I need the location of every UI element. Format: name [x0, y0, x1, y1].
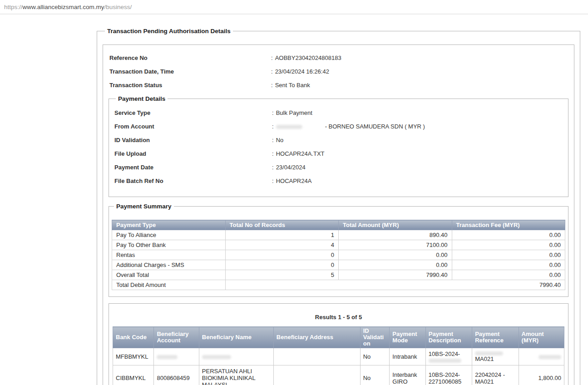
results-header-row: Bank CodeBeneficiary AccountBeneficiary … [113, 327, 564, 348]
results-cell [519, 348, 564, 365]
summary-row: Additional Charges - SMS00.000.00 [112, 260, 565, 270]
detail-label: Transaction Status [109, 82, 271, 89]
detail-row: File Batch Ref No:HOCAPR24A [114, 178, 563, 185]
detail-value: 23/04/2024 [276, 164, 306, 171]
page-content: Transaction Pending Authorisation Detail… [0, 14, 588, 385]
results-cell: Intrabank [390, 348, 426, 365]
summary-cell: 890.40 [339, 230, 452, 240]
detail-value: Sent To Bank [275, 82, 310, 89]
results-header-cell: Payment Mode [390, 327, 426, 348]
detail-row: Reference No:AOBBY23042024808183 [109, 54, 568, 62]
results-header-cell: Beneficiary Account [154, 327, 199, 348]
summary-cell: Rentas [112, 250, 226, 260]
results-cell: 22042024 - MA021 [472, 365, 519, 385]
payment-details-section: Payment Details Service Type:Bulk Paymen… [109, 95, 568, 197]
results-cell: No [360, 365, 390, 385]
detail-row: Transaction Date, Time:23/04/2024 16:26:… [109, 68, 568, 75]
results-cell [199, 348, 273, 365]
results-cell-text: Intrabank [392, 353, 417, 360]
summary-cell: 0 [225, 250, 339, 260]
detail-row: File Upload:HOCAPR24A.TXT [114, 150, 563, 158]
summary-row: Overall Total57990.400.00 [112, 270, 565, 280]
summary-cell: 0.00 [452, 270, 565, 280]
summary-header-cell: Transaction Fee (MYR) [452, 220, 565, 230]
detail-separator: : [272, 164, 274, 171]
payment-details-rows: Service Type:Bulk PaymentFrom Account:- … [114, 102, 563, 197]
results-cell-text: 8008608459 [157, 375, 189, 381]
results-cell-text: CIBBMYKL [116, 375, 146, 381]
results-cell [154, 348, 199, 365]
results-cell-text: MA021 [475, 355, 494, 362]
summary-cell: Pay To Alliance [112, 230, 226, 240]
summary-header-cell: Total No of Records [225, 220, 339, 230]
detail-separator: : [271, 82, 273, 89]
results-table: Bank CodeBeneficiary AccountBeneficiary … [113, 326, 564, 385]
summary-cell: 7990.40 [339, 270, 452, 280]
summary-cell: 0.00 [452, 240, 565, 250]
redacted-account [276, 123, 325, 130]
transaction-info-rows: Reference No:AOBBY23042024808183Transact… [109, 54, 568, 89]
detail-row: Transaction Status:Sent To Bank [109, 82, 568, 89]
results-header-cell: Beneficiary Address [273, 327, 360, 348]
results-cell-text: Interbank GIRO [392, 371, 417, 385]
summary-cell: 7100.00 [339, 240, 452, 250]
summary-cell: 0.00 [452, 230, 565, 240]
detail-label: From Account [114, 123, 272, 130]
url-domain: www.alliancebizsmart.com.my [23, 4, 104, 10]
results-section: Results 1 - 5 of 5 Bank CodeBeneficiary … [109, 303, 568, 385]
summary-cell: 4 [225, 240, 339, 250]
detail-value: HOCAPR24A [276, 178, 312, 185]
results-cell-text: MFBBMYKL [116, 353, 148, 360]
details-panel: Reference No:AOBBY23042024808183Transact… [103, 44, 574, 385]
redacted-blur [429, 359, 461, 363]
detail-label: File Upload [114, 150, 272, 158]
payment-summary-legend: Payment Summary [114, 203, 174, 210]
summary-cell: 5 [225, 270, 339, 280]
detail-label: Transaction Date, Time [109, 68, 271, 75]
transaction-pending-authorisation-section: Transaction Pending Authorisation Detail… [97, 28, 580, 385]
detail-label: ID Validation [114, 137, 272, 144]
detail-row: Payment Date:23/04/2024 [114, 164, 563, 171]
summary-cell: Pay To Other Bank [112, 240, 226, 250]
results-cell: 10BS-2024- [425, 348, 472, 365]
summary-header-row: Payment TypeTotal No of RecordsTotal Amo… [112, 220, 565, 230]
results-header-cell: Beneficiary Name [199, 327, 273, 348]
results-header-cell: Amount (MYR) [519, 327, 564, 348]
detail-value: Bulk Payment [276, 109, 312, 117]
summary-cell: 0 [225, 260, 339, 270]
results-cell: MA021 [472, 348, 519, 365]
page-title: Transaction Pending Authorisation Detail… [105, 28, 233, 35]
results-cell [273, 365, 360, 385]
detail-separator: : [272, 178, 274, 185]
summary-cell: Additional Charges - SMS [112, 260, 226, 270]
payment-summary-table: Payment TypeTotal No of RecordsTotal Amo… [112, 220, 565, 290]
detail-value: AOBBY23042024808183 [275, 54, 341, 62]
summary-header-cell: Total Amount (MYR) [339, 220, 452, 230]
address-bar[interactable]: https://www.alliancebizsmart.com.my/busi… [0, 0, 588, 14]
detail-value: 23/04/2024 16:26:42 [275, 68, 329, 75]
detail-row: ID Validation:No [114, 137, 563, 144]
detail-separator: : [272, 137, 274, 144]
detail-separator: : [271, 68, 273, 75]
detail-separator: : [272, 150, 274, 158]
results-row: MFBBMYKLNoIntrabank10BS-2024-MA021 [113, 348, 564, 365]
detail-label: Service Type [114, 109, 272, 117]
detail-separator: : [272, 109, 274, 117]
summary-total-value: 7990.40 [225, 280, 565, 290]
results-row: CIBBMYKL8008608459PERSATUAN AHLI BIOKIMI… [113, 365, 564, 385]
detail-separator: : [272, 123, 274, 130]
results-cell: 8008608459 [154, 365, 199, 385]
summary-header-cell: Payment Type [112, 220, 226, 230]
results-cell-text: 1,800.00 [538, 375, 561, 381]
payment-summary-section: Payment Summary Payment TypeTotal No of … [109, 203, 568, 297]
results-cell-text: 10BS-2024- [429, 350, 460, 357]
redacted-blur [475, 351, 503, 355]
results-cell: CIBBMYKL [113, 365, 154, 385]
detail-value: - BORNEO SAMUDERA SDN ( MYR ) [325, 123, 425, 130]
detail-value: HOCAPR24A.TXT [276, 150, 325, 158]
results-cell-text: 22042024 - MA021 [475, 371, 505, 385]
url-scheme: https:// [4, 4, 23, 10]
results-header-cell: Payment Description [425, 327, 472, 348]
summary-total-row: Total Debit Amount7990.40 [112, 280, 565, 290]
results-header-cell: Payment Reference [472, 327, 519, 348]
